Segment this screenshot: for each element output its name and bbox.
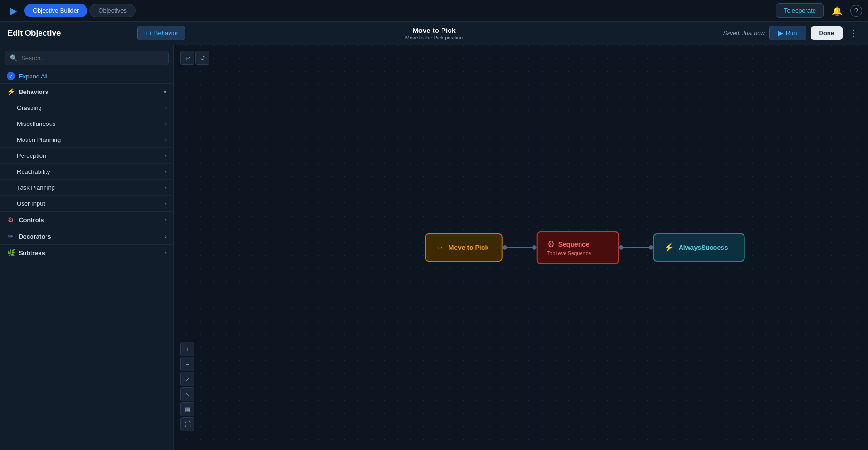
nav-tabs: Objective Builder Objectives [24,4,136,17]
category-subtrees-header[interactable]: 🌿 Subtrees › [0,245,173,261]
connector-2 [619,245,653,250]
perception-label: Perception [17,152,46,159]
category-controls-header[interactable]: ⚙ Controls › [0,212,173,228]
reachability-arrow: › [165,169,167,175]
node-always-success[interactable]: ⚡ AlwaysSuccess [653,233,745,262]
decorators-icon: ✏ [7,233,15,240]
behaviors-label: Behaviors [19,88,160,95]
subtrees-arrow-icon: › [165,250,167,256]
reachability-label: Reachability [17,168,50,175]
user-input-label: User Input [17,200,45,207]
plus-icon: + [144,30,148,37]
sequence-sublabel: TopLevelSequence [547,250,591,256]
sidebar-item-motion-planning[interactable]: Motion Planning › [0,132,173,147]
flow-title: Move to Pick [405,26,463,34]
redo-button[interactable]: ↺ [195,51,209,65]
teleoperate-button[interactable]: Teleoperate [776,3,824,18]
category-decorators-header[interactable]: ✏ Decorators › [0,228,173,244]
sidebar-item-grasping[interactable]: Grasping › [0,100,173,116]
run-play-icon: ▶ [778,30,783,37]
undo-button[interactable]: ↩ [180,51,194,65]
help-icon[interactable]: ? [850,5,862,17]
top-nav: ▶ Objective Builder Objectives Teleopera… [0,0,868,22]
category-behaviors: ⚡ Behaviors ▾ Grasping › Miscellaneous ›… [0,83,173,211]
behaviors-arrow-icon: ▾ [164,89,167,95]
compress-view-button[interactable]: ⤡ [180,387,194,401]
task-planning-arrow: › [165,185,167,191]
decorators-arrow-icon: › [165,233,167,239]
motion-planning-arrow: › [165,137,167,143]
zoom-in-button[interactable]: + [180,342,194,356]
connector-dot-right-1 [532,245,537,250]
sidebar: 🔍 ✓ Expand All ⚡ Behaviors ▾ Grasping › … [0,45,174,450]
category-subtrees: 🌿 Subtrees › [0,244,173,261]
search-wrapper: 🔍 [5,51,169,65]
header-right-actions: Saved: Just now ▶ Run Done ⋮ [723,26,860,40]
perception-arrow: › [165,153,167,159]
done-button[interactable]: Done [811,26,843,40]
add-behavior-button[interactable]: + + Behavior [137,26,185,40]
sidebar-item-user-input[interactable]: User Input › [0,195,173,211]
move-to-pick-label: Move to Pick [449,244,489,251]
controls-icon: ⚙ [7,216,15,224]
expand-all-label: Expand All [19,73,47,80]
sidebar-item-miscellaneous[interactable]: Miscellaneous › [0,116,173,132]
category-controls: ⚙ Controls › [0,211,173,228]
nav-tab-objective-builder[interactable]: Objective Builder [24,4,87,17]
user-input-arrow: › [165,201,167,207]
logo-icon: ▶ [6,3,21,18]
search-input[interactable] [21,54,163,62]
canvas-top-controls: ↩ ↺ [180,51,209,65]
connector-dot-right-2 [649,245,653,250]
expand-all-row[interactable]: ✓ Expand All [0,69,173,83]
more-options-button[interactable]: ⋮ [847,28,860,39]
always-success-icon: ⚡ [664,242,674,253]
run-button[interactable]: ▶ Run [769,26,806,40]
zoom-out-button[interactable]: − [180,357,194,371]
miscellaneous-arrow: › [165,121,167,127]
run-label: Run [786,30,797,37]
move-to-pick-icon: ↔ [435,243,444,253]
canvas-area: ↩ ↺ ↔ Move to Pick ⚙ Sequence [174,45,868,450]
behaviors-sub-items: Grasping › Miscellaneous › Motion Planni… [0,100,173,211]
search-container: 🔍 [0,45,173,69]
grasping-arrow: › [165,105,167,111]
controls-arrow-icon: › [165,217,167,223]
motion-planning-label: Motion Planning [17,136,61,143]
node-move-to-pick[interactable]: ↔ Move to Pick [425,233,503,262]
category-decorators: ✏ Decorators › [0,228,173,244]
sidebar-item-perception[interactable]: Perception › [0,147,173,163]
edit-header: Edit Objective + + Behavior Move to Pick… [0,22,868,45]
controls-label: Controls [19,217,161,224]
sidebar-item-reachability[interactable]: Reachability › [0,163,173,179]
expand-all-icon: ✓ [7,72,15,80]
nav-tab-objectives[interactable]: Objectives [89,4,136,17]
grasping-label: Grasping [17,104,42,111]
saved-status: Saved: Just now [723,30,765,37]
miscellaneous-label: Miscellaneous [17,120,55,127]
connector-1 [503,245,537,250]
decorators-label: Decorators [19,233,161,240]
main-layout: 🔍 ✓ Expand All ⚡ Behaviors ▾ Grasping › … [0,45,868,450]
task-planning-label: Task Planning [17,184,55,191]
sequence-label: Sequence [558,241,589,248]
flow-container: ↔ Move to Pick ⚙ Sequence TopLevelSequen… [425,231,745,264]
sequence-icon: ⚙ [547,239,555,249]
edit-objective-title: Edit Objective [8,29,130,38]
search-icon: 🔍 [10,54,17,62]
always-success-label: AlwaysSuccess [679,244,728,251]
bell-icon[interactable]: 🔔 [829,3,845,18]
subtrees-label: Subtrees [19,249,161,256]
fit-view-button[interactable]: ⤢ [180,372,194,386]
subtrees-icon: 🌿 [7,249,15,256]
add-behavior-label: + Behavior [149,30,178,37]
flow-subtitle: Move to the Pick position [405,35,463,40]
connector-line-2 [623,247,649,248]
category-behaviors-header[interactable]: ⚡ Behaviors ▾ [0,84,173,100]
grid-toggle-button[interactable]: ▦ [180,402,194,416]
center-header-info: Move to Pick Move to the Pick position [405,26,463,40]
sidebar-item-task-planning[interactable]: Task Planning › [0,179,173,195]
fullscreen-button[interactable]: ⛶ [180,417,194,431]
node-sequence[interactable]: ⚙ Sequence TopLevelSequence [537,231,619,264]
canvas-zoom-controls: + − ⤢ ⤡ ▦ ⛶ [180,342,194,431]
